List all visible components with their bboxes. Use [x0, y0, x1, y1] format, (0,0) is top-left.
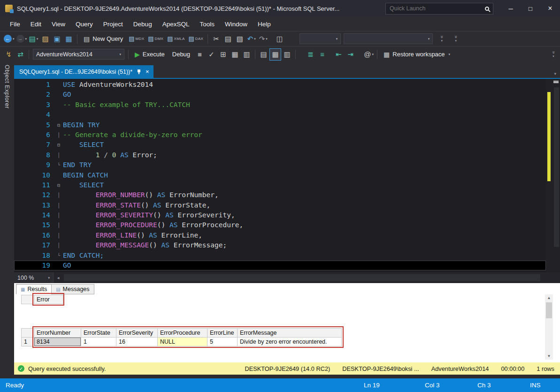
outdent-icon[interactable]: ⇤: [333, 48, 345, 61]
object-explorer-tab[interactable]: Object Explorer: [0, 65, 14, 121]
grid-cell[interactable]: 16: [116, 338, 158, 346]
toolbar-combobox-2[interactable]: ▾: [344, 33, 433, 44]
nav-forward-icon[interactable]: →▾: [15, 33, 28, 45]
database-combobox[interactable]: AdventureWorks2014▾: [33, 49, 124, 60]
pin-icon[interactable]: [137, 69, 141, 75]
scroll-down-icon[interactable]: ▼: [545, 353, 553, 360]
xmla-query-button[interactable]: ▤XMLA: [165, 33, 186, 45]
results-to-grid-icon[interactable]: ▦: [269, 48, 281, 61]
grid-cell[interactable]: 5: [207, 338, 238, 346]
document-list-chevron-icon[interactable]: ▾: [554, 71, 560, 78]
save-icon[interactable]: ▣: [51, 33, 63, 45]
menu-item-tools[interactable]: Tools: [194, 19, 220, 30]
zoom-selector[interactable]: 100 % ▾: [14, 272, 54, 283]
code-line[interactable]: 13│ ERROR_STATE() AS ErrorState,: [14, 200, 546, 210]
editor-scrollbar[interactable]: [546, 79, 560, 272]
nav-back-icon[interactable]: ←▾: [3, 33, 15, 45]
code-area[interactable]: 1USE AdventureWorks20142GO3-- Basic exam…: [14, 79, 546, 272]
grid-corner-cell[interactable]: [22, 295, 34, 304]
grid-corner-cell[interactable]: [22, 329, 34, 338]
estimated-plan-icon[interactable]: ⊞: [217, 48, 229, 61]
scroll-up-icon[interactable]: ▲: [545, 294, 553, 301]
horizontal-scrollbar[interactable]: [63, 272, 560, 283]
redo-icon[interactable]: ↷▾: [257, 33, 269, 45]
toolbar1-overflow-1[interactable]: »▾: [438, 33, 445, 45]
code-line[interactable]: 12│ ERROR_NUMBER() AS ErrorNumber,: [14, 190, 546, 200]
menu-item-file[interactable]: File: [5, 19, 25, 30]
comment-icon[interactable]: ≣: [305, 48, 316, 61]
tab-messages[interactable]: ▤ Messages: [51, 284, 94, 294]
close-button[interactable]: ×: [540, 0, 560, 17]
toolbar2-overflow[interactable]: »▾: [550, 48, 557, 61]
stop-icon[interactable]: ■: [194, 48, 206, 61]
code-line[interactable]: 7⊟ SELECT: [14, 140, 546, 150]
parse-icon[interactable]: ✓: [206, 48, 217, 61]
code-line[interactable]: 9└END TRY: [14, 160, 546, 170]
scroll-left-icon[interactable]: ◂: [54, 275, 63, 280]
menu-item-debug[interactable]: Debug: [128, 19, 157, 30]
sqlcmd-mode-icon[interactable]: @▾: [363, 48, 375, 61]
quick-launch-input[interactable]: [390, 5, 485, 12]
cut-icon[interactable]: ✂: [210, 33, 222, 45]
menu-item-view[interactable]: View: [46, 19, 70, 30]
open-file-icon[interactable]: ▨: [39, 33, 51, 45]
menu-item-query[interactable]: Query: [70, 19, 98, 30]
code-line[interactable]: 17│ ERROR_MESSAGE() AS ErrorMessage;: [14, 240, 546, 250]
row-header[interactable]: 1: [22, 338, 34, 346]
uncomment-icon[interactable]: ≡: [316, 48, 328, 61]
sql-editor[interactable]: 1USE AdventureWorks20142GO3-- Basic exam…: [14, 78, 560, 272]
results-scrollbar[interactable]: ▲ ▼: [545, 294, 553, 360]
paste-icon[interactable]: ▧: [234, 33, 245, 45]
code-line[interactable]: 14│ ERROR_SEVERITY() AS ErrorSeverity,: [14, 210, 546, 220]
column-header-errornumber[interactable]: ErrorNumber: [34, 329, 81, 338]
copy-icon[interactable]: ▤: [222, 33, 234, 45]
change-connection-icon[interactable]: ⇄: [15, 48, 26, 61]
scrollbar-thumb[interactable]: [546, 302, 552, 318]
code-line[interactable]: 6│-- Generate a divide-by-zero error: [14, 130, 546, 140]
fold-collapse-icon[interactable]: ⊟: [54, 180, 63, 190]
results-to-file-icon[interactable]: ▥: [281, 48, 293, 61]
code-line[interactable]: 2GO: [14, 90, 546, 100]
menu-item-project[interactable]: Project: [98, 19, 128, 30]
grid-cell[interactable]: 1: [81, 338, 116, 346]
code-line[interactable]: 1USE AdventureWorks2014: [14, 80, 546, 90]
selection-box-icon[interactable]: ◫: [274, 33, 285, 45]
indent-icon[interactable]: ⇥: [345, 48, 356, 61]
quick-launch-search[interactable]: [385, 3, 493, 15]
code-line[interactable]: 16│ ERROR_LINE() AS ErrorLine,: [14, 231, 546, 240]
column-header-errorline[interactable]: ErrorLine: [207, 329, 238, 338]
minimize-button[interactable]: ─: [501, 0, 521, 17]
column-header-errorseverity[interactable]: ErrorSeverity: [116, 329, 158, 338]
column-header-error[interactable]: Error: [34, 295, 63, 304]
menu-item-window[interactable]: Window: [220, 19, 253, 30]
save-all-icon[interactable]: ▦: [63, 33, 75, 45]
scrollbar-thumb[interactable]: [64, 274, 540, 281]
tab-results[interactable]: ▦ Results: [16, 284, 52, 294]
connect-icon[interactable]: ↯: [3, 48, 15, 61]
close-tab-icon[interactable]: ×: [146, 68, 149, 75]
new-project-icon[interactable]: ▤▾: [28, 33, 39, 45]
column-header-errorstate[interactable]: ErrorState: [81, 329, 116, 338]
debug-button[interactable]: Debug: [169, 48, 194, 61]
code-line[interactable]: 4: [14, 110, 546, 120]
restore-workspace-button[interactable]: ▦Restore workspace▾: [380, 48, 454, 61]
dax-query-button[interactable]: ▤DAX: [187, 33, 206, 45]
mdx-query-button[interactable]: ▤MDX: [127, 33, 146, 45]
fold-collapse-icon[interactable]: ⊟: [54, 120, 63, 130]
fold-collapse-icon[interactable]: ⊟: [54, 140, 63, 150]
maximize-button[interactable]: □: [521, 0, 540, 17]
menu-item-help[interactable]: Help: [253, 19, 276, 30]
code-line[interactable]: 5⊟BEGIN TRY: [14, 120, 546, 130]
results-to-text-icon[interactable]: ▤: [258, 48, 269, 61]
code-line[interactable]: 19GO: [14, 261, 546, 270]
code-line[interactable]: 8│ 1 / 0 AS Error;: [14, 150, 546, 160]
toolbar-combobox-1[interactable]: ▾: [299, 33, 341, 44]
code-line[interactable]: 3-- Basic example of TRY...CATCH: [14, 100, 546, 110]
new-query-button[interactable]: ▤New Query: [80, 33, 127, 45]
column-header-errormessage[interactable]: ErrorMessage: [238, 329, 342, 338]
tab-sqlquery1[interactable]: SQLQuery1.sql - DE...9JE2649\boksi (51))…: [14, 65, 153, 78]
dmx-query-button[interactable]: ▤DMX: [146, 33, 165, 45]
code-line[interactable]: 10BEGIN CATCH: [14, 170, 546, 180]
column-header-errorprocedure[interactable]: ErrorProcedure: [158, 329, 207, 338]
code-line[interactable]: 18└END CATCH;: [14, 251, 546, 261]
